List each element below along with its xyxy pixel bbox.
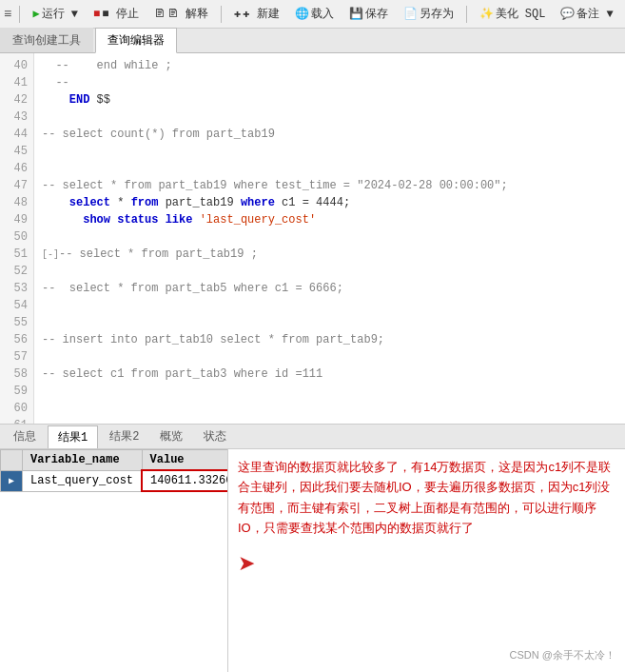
separator-2 (221, 6, 222, 23)
code-container: 4041424344454647484950515253545556575859… (0, 53, 625, 424)
code-line (42, 348, 617, 366)
tab-query-editor[interactable]: 查询编辑器 (95, 28, 177, 53)
code-line (42, 297, 617, 314)
main-tabs: 查询创建工具 查询编辑器 (0, 29, 625, 53)
line-number: 58 (6, 366, 28, 383)
explain-label: 🖹 解释 (167, 6, 208, 22)
code-line: -- (42, 74, 617, 91)
run-label: 运行 ▼ (42, 6, 78, 22)
line-number: 48 (6, 194, 28, 211)
code-line (42, 314, 617, 331)
line-number: 57 (6, 348, 28, 366)
code-line: [-]-- select * from part_tab19 ; (42, 246, 617, 263)
result-table: Variable_name Value ▶ Last_query_cost 14… (0, 449, 228, 492)
code-line (42, 417, 617, 424)
new-label: ✚ 新建 (243, 6, 279, 22)
menu-icon[interactable]: ≡ (4, 7, 11, 22)
result-table-area: Variable_name Value ▶ Last_query_cost 14… (0, 449, 228, 672)
code-line: -- select * from part_tab19 where test_t… (42, 177, 617, 194)
col-variable-name: Variable_name (23, 450, 143, 471)
col-value: Value (142, 450, 228, 471)
code-line (42, 143, 617, 160)
table-row[interactable]: ▶ Last_query_cost 140611.332667 (1, 470, 229, 491)
comment-label: 备注 ▼ (576, 6, 613, 22)
line-number: 40 (6, 57, 28, 74)
line-number: 51 (6, 246, 28, 263)
bottom-panel: 信息 结果1 结果2 概览 状态 Variable_name Value ▶ L… (0, 425, 625, 672)
beautify-button[interactable]: ✨ 美化 SQL (475, 4, 551, 24)
comment-icon: 💬 (560, 7, 575, 21)
result-tab-info[interactable]: 信息 (4, 425, 46, 447)
code-line: -- end while ; (42, 57, 617, 74)
line-number: 56 (6, 331, 28, 348)
save-button[interactable]: 💾 保存 (344, 4, 393, 24)
explain-icon: 🖹 (154, 7, 166, 21)
run-button[interactable]: ▶ 运行 ▼ (28, 4, 83, 24)
line-number: 47 (6, 177, 28, 194)
code-line (42, 228, 617, 246)
row-indicator-header (1, 450, 23, 471)
load-button[interactable]: 🌐 载入 (290, 4, 339, 24)
code-line (42, 160, 617, 177)
result-tab-status[interactable]: 状态 (194, 425, 236, 447)
annotation-text: 这里查询的数据页就比较多了，有14万数据页，这是因为c1列不是联合主键列，因此我… (238, 457, 615, 539)
line-number: 52 (6, 263, 28, 280)
explain-button[interactable]: 🖹 🖹 解释 (149, 4, 213, 24)
save-icon: 💾 (349, 7, 363, 21)
line-number: 54 (6, 297, 28, 314)
code-line: -- insert into part_tab10 select * from … (42, 331, 617, 348)
line-number: 53 (6, 280, 28, 297)
result-tab-overview[interactable]: 概览 (150, 425, 192, 447)
code-line (42, 400, 617, 417)
tab-query-builder[interactable]: 查询创建工具 (0, 28, 93, 52)
line-number: 55 (6, 314, 28, 331)
code-line: END $$ (42, 91, 617, 109)
line-number: 50 (6, 228, 28, 246)
code-line: select * from part_tab19 where c1 = 4444… (42, 194, 617, 211)
result-tab-result2[interactable]: 结果2 (100, 425, 148, 447)
line-number: 46 (6, 160, 28, 177)
line-number: 44 (6, 126, 28, 143)
toolbar: ≡ ▶ 运行 ▼ ■ ■ 停止 🖹 🖹 解释 ✚ ✚ 新建 🌐 载入 💾 保存 … (0, 0, 625, 29)
code-content[interactable]: -- end while ; -- END $$-- select count(… (34, 53, 625, 424)
row-indicator: ▶ (1, 470, 23, 491)
load-icon: 🌐 (295, 7, 309, 21)
load-label: 载入 (311, 6, 334, 22)
beautify-icon: ✨ (479, 7, 494, 21)
line-number: 49 (6, 211, 28, 228)
comment-button[interactable]: 💬 备注 ▼ (556, 4, 617, 24)
stop-icon: ■ (93, 8, 100, 21)
code-line: show status like 'last_query_cost' (42, 211, 617, 228)
separator-1 (19, 6, 20, 23)
code-line (42, 383, 617, 400)
code-line: -- select count(*) from part_tab19 (42, 126, 617, 143)
line-number: 60 (6, 400, 28, 417)
new-icon: ✚ (234, 7, 241, 21)
line-number: 45 (6, 143, 28, 160)
line-numbers: 4041424344454647484950515253545556575859… (0, 53, 34, 424)
stop-label: ■ 停止 (102, 6, 138, 22)
run-icon: ▶ (32, 7, 39, 21)
stop-button[interactable]: ■ ■ 停止 (88, 4, 144, 24)
line-number: 61 (6, 417, 28, 424)
line-number: 41 (6, 74, 28, 91)
beautify-label: 美化 SQL (496, 6, 546, 22)
line-number: 42 (6, 91, 28, 109)
result-content: Variable_name Value ▶ Last_query_cost 14… (0, 449, 625, 672)
saveas-button[interactable]: 📄 另存为 (399, 4, 459, 24)
arrow-icon: ➤ (238, 546, 255, 580)
new-button[interactable]: ✚ ✚ 新建 (229, 4, 284, 24)
code-line (42, 109, 617, 126)
cell-value: 140611.332667 (142, 470, 228, 491)
annotation-area: 这里查询的数据页就比较多了，有14万数据页，这是因为c1列不是联合主键列，因此我… (228, 449, 625, 672)
saveas-label: 另存为 (420, 6, 454, 22)
code-line: -- select c1 from part_tab3 where id =11… (42, 366, 617, 383)
saveas-icon: 📄 (403, 7, 418, 21)
result-tabs: 信息 结果1 结果2 概览 状态 (0, 425, 625, 449)
collapse-icon[interactable]: [-] (42, 247, 59, 264)
result-tab-result1[interactable]: 结果1 (48, 425, 98, 448)
editor-area: 4041424344454647484950515253545556575859… (0, 53, 625, 425)
line-number: 59 (6, 383, 28, 400)
code-line: -- select * from part_tab5 where c1 = 66… (42, 280, 617, 297)
cell-variable-name: Last_query_cost (23, 470, 143, 491)
